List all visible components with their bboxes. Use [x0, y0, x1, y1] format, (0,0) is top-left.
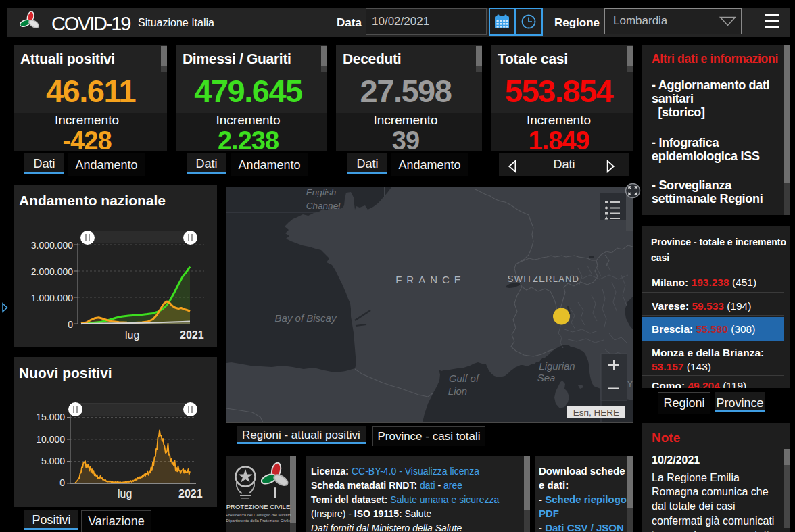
svg-text:FRANCE: FRANCE — [395, 274, 466, 285]
svg-text:SWITZERLAND: SWITZERLAND — [508, 274, 579, 284]
svg-text:Lion: Lion — [448, 385, 467, 397]
svg-text:Y: Y — [627, 379, 633, 389]
svg-text:Gulf of: Gulf of — [449, 372, 480, 384]
svg-text:Bay of Biscay: Bay of Biscay — [275, 312, 337, 324]
svg-text:Ligurian: Ligurian — [539, 360, 575, 372]
svg-text:Sea: Sea — [537, 372, 556, 383]
svg-text:English: English — [306, 187, 336, 197]
svg-text:Esri, HERE: Esri, HERE — [573, 408, 619, 418]
svg-text:Channel: Channel — [306, 201, 341, 211]
